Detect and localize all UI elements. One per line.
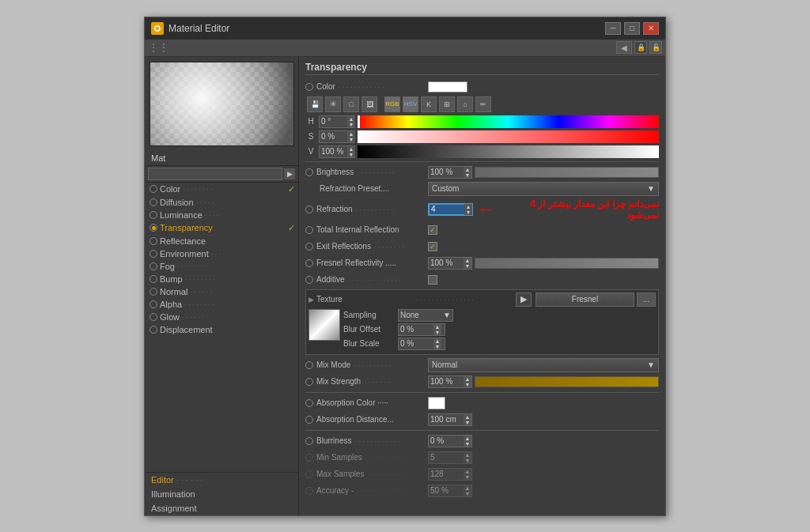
channel-radio-luminance[interactable] — [150, 211, 157, 219]
channel-item-diffusion[interactable]: Diffusion · · · · · — [145, 196, 298, 209]
reset-icon[interactable]: ✳ — [325, 96, 341, 112]
mix-strength-input[interactable] — [429, 377, 464, 386]
mix-mode-dropdown[interactable]: Normal ▼ — [428, 358, 659, 372]
channel-radio-color[interactable] — [150, 185, 157, 193]
exit-reflections-checkbox[interactable] — [428, 242, 437, 251]
channel-item-reflectance[interactable]: Reflectance — [145, 235, 298, 247]
blur-offset-up[interactable]: ▲ — [433, 324, 441, 330]
mix-tab[interactable]: ⊞ — [439, 96, 455, 112]
rgb-tab[interactable]: RGB — [384, 96, 400, 112]
hex-tab[interactable]: ⌂ — [457, 96, 473, 112]
refraction-radio[interactable] — [305, 206, 313, 213]
blurriness-up[interactable]: ▲ — [464, 436, 471, 441]
channel-radio-normal[interactable] — [150, 288, 157, 296]
material-nav-arrow[interactable]: ▶ — [284, 168, 295, 179]
max-samples-radio[interactable] — [305, 470, 313, 478]
channel-radio-environment[interactable] — [150, 250, 157, 258]
nav-illumination[interactable]: Illumination — [145, 487, 298, 501]
brightness-input[interactable] — [429, 168, 464, 176]
hsv-tab[interactable]: HSV — [403, 96, 418, 112]
additive-radio[interactable] — [305, 276, 313, 284]
channel-item-environment[interactable]: Environment · · · · — [145, 247, 298, 260]
texture-thumbnail[interactable] — [308, 309, 340, 341]
max-samples-up[interactable]: ▲ — [464, 469, 471, 474]
mix-strength-up[interactable]: ▲ — [464, 376, 471, 382]
absorption-distance-spinbox[interactable]: ▲ ▼ — [428, 413, 472, 426]
channel-radio-reflectance[interactable] — [150, 237, 157, 245]
brightness-spinbox[interactable]: ▲ ▼ — [428, 166, 472, 179]
blur-offset-input[interactable] — [399, 325, 433, 334]
save-gradient-icon[interactable]: 💾 — [307, 96, 323, 112]
max-samples-down[interactable]: ▼ — [464, 474, 471, 480]
blurriness-input[interactable] — [429, 436, 464, 445]
channel-radio-diffusion[interactable] — [150, 198, 157, 206]
min-samples-spinbox[interactable]: ▲ ▼ — [428, 451, 472, 464]
color-radio[interactable] — [305, 83, 313, 91]
exit-reflections-radio[interactable] — [305, 243, 313, 251]
copy-icon[interactable]: □ — [343, 96, 359, 112]
absorption-color-swatch[interactable] — [428, 397, 445, 409]
hue-up-arrow[interactable]: ▲ — [347, 116, 355, 122]
texture-more-btn[interactable]: ... — [637, 292, 656, 307]
refraction-preset-dropdown[interactable]: Custom ▼ — [428, 182, 659, 196]
channel-item-normal[interactable]: Normal · · · · · · — [145, 285, 298, 298]
saturation-gradient-bar[interactable] — [358, 130, 659, 143]
total-internal-checkbox[interactable] — [428, 225, 437, 235]
channel-radio-fog[interactable] — [150, 262, 157, 270]
min-samples-up[interactable]: ▲ — [464, 452, 471, 458]
value-gradient-bar[interactable] — [358, 145, 659, 158]
blur-offset-down[interactable]: ▼ — [433, 330, 441, 335]
color-swatch[interactable] — [428, 81, 467, 92]
fresnel-input[interactable] — [429, 258, 464, 267]
texture-fresnel-btn[interactable]: Fresnel — [536, 292, 634, 307]
maximize-button[interactable]: □ — [624, 22, 640, 35]
accuracy-down[interactable]: ▼ — [464, 491, 471, 496]
blur-offset-spinbox[interactable]: ▲ ▼ — [398, 323, 445, 336]
min-samples-radio[interactable] — [305, 454, 313, 462]
absorption-distance-input[interactable] — [429, 415, 464, 424]
absorption-color-radio[interactable] — [305, 399, 313, 407]
blur-scale-input[interactable] — [399, 339, 433, 348]
refraction-input[interactable] — [430, 205, 464, 213]
mix-strength-radio[interactable] — [305, 378, 313, 386]
accuracy-up[interactable]: ▲ — [464, 485, 471, 491]
brightness-down[interactable]: ▼ — [464, 172, 471, 178]
brightness-up[interactable]: ▲ — [464, 167, 471, 172]
value-input[interactable] — [321, 147, 346, 156]
channel-radio-glow[interactable] — [150, 313, 157, 321]
max-samples-spinbox[interactable]: ▲ ▼ — [428, 468, 472, 481]
close-button[interactable]: ✕ — [643, 22, 659, 35]
texture-play-btn[interactable]: ▶ — [516, 292, 532, 307]
mix-strength-down[interactable]: ▼ — [464, 382, 471, 387]
channel-item-luminance[interactable]: Luminance · · · · — [145, 209, 298, 221]
mix-mode-radio[interactable] — [305, 361, 313, 369]
additive-checkbox[interactable] — [428, 275, 437, 285]
absorption-distance-radio[interactable] — [305, 416, 313, 424]
minimize-button[interactable]: ─ — [605, 22, 621, 35]
channel-item-glow[interactable]: Glow · · · · · · · — [145, 311, 298, 323]
fresnel-down[interactable]: ▼ — [464, 263, 471, 269]
channel-item-color[interactable]: Color · · · · · · · · ✓ — [145, 183, 298, 196]
absorption-dist-down[interactable]: ▼ — [464, 420, 471, 425]
brightness-radio[interactable] — [305, 168, 313, 176]
texture-expand-icon[interactable]: ▶ — [308, 296, 314, 304]
sat-slider[interactable] — [358, 130, 360, 143]
material-search-input[interactable] — [148, 168, 282, 180]
absorption-dist-up[interactable]: ▲ — [464, 414, 471, 420]
blurriness-spinbox[interactable]: ▲ ▼ — [428, 435, 472, 447]
sat-up-arrow[interactable]: ▲ — [347, 131, 355, 137]
blur-scale-down[interactable]: ▼ — [433, 344, 441, 349]
sampling-dropdown[interactable]: None ▼ — [398, 309, 453, 322]
accuracy-spinbox[interactable]: ▲ ▼ — [428, 485, 472, 497]
channel-radio-bump[interactable] — [150, 275, 157, 283]
accuracy-input[interactable] — [429, 486, 464, 495]
image-icon[interactable]: 🖼 — [361, 96, 377, 112]
blur-scale-up[interactable]: ▲ — [433, 338, 441, 344]
fresnel-up[interactable]: ▲ — [464, 258, 471, 263]
nav-editor[interactable]: Editor · · · · · · — [145, 473, 298, 487]
nav-assignment[interactable]: Assignment — [145, 501, 298, 515]
channel-radio-alpha[interactable] — [150, 300, 157, 308]
blur-scale-spinbox[interactable]: ▲ ▼ — [398, 338, 445, 350]
min-samples-input[interactable] — [429, 453, 464, 462]
sat-down-arrow[interactable]: ▼ — [347, 137, 355, 142]
